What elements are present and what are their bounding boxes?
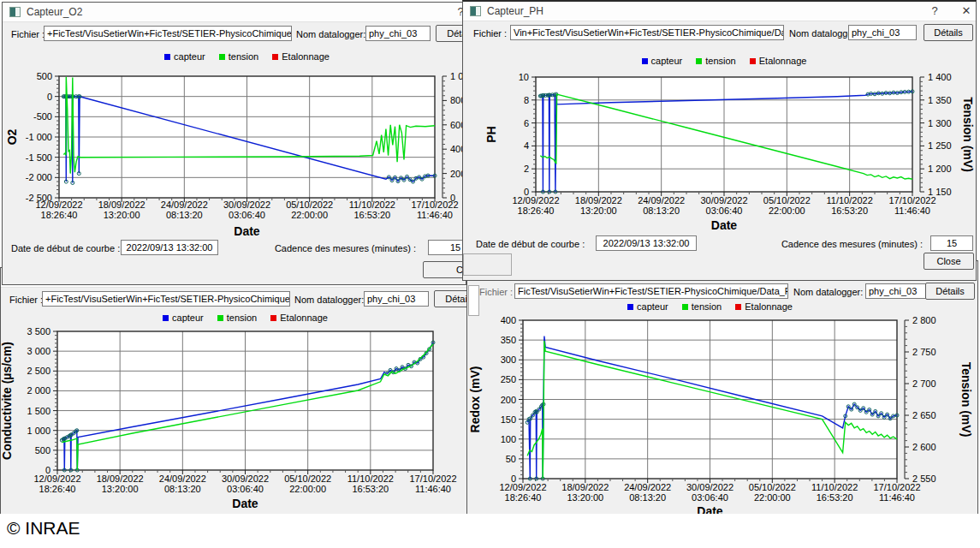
data-marker (540, 94, 543, 98)
file-path-input[interactable]: +FicTest/VisuSetierWin+FicTest/SETIER-Ph… (44, 26, 292, 41)
window-title: Capteur_O2 (27, 6, 82, 18)
fichier-label: Fichier : (473, 28, 507, 39)
data-marker (550, 93, 554, 97)
x-tick-date: 17/10/2022 (409, 474, 456, 484)
x-tick-time: 03:06:40 (229, 210, 265, 220)
x-tick-date: 30/09/2022 (222, 474, 269, 484)
data-marker (856, 406, 859, 409)
details-button[interactable]: Détails (924, 24, 973, 41)
data-marker (529, 417, 532, 420)
file-path-input[interactable]: FicTest/VisuSetierWin+FicTest/SETIER-Phy… (514, 283, 788, 299)
y-tick-label: 0 (511, 474, 516, 484)
capteur-swatch (627, 304, 633, 310)
datalogger-input[interactable]: phy_chi_03 (365, 26, 431, 41)
right-y-tick-label: 1 150 (928, 187, 952, 197)
legend-item-tension: tension (219, 51, 258, 62)
data-marker (547, 93, 550, 97)
date-debut-input[interactable]: 2022/09/13 13:32:00 (596, 235, 697, 251)
x-tick-time: 18:26:40 (518, 206, 555, 216)
data-marker (75, 468, 79, 472)
x-tick-date: 12/09/2022 (499, 482, 546, 492)
legend: capteur tension Etalonnage (536, 56, 912, 66)
close-icon[interactable]: ✕ (959, 4, 973, 17)
data-marker (401, 366, 404, 369)
file-path-input[interactable]: Vin+FicTest/VisuSetierWin+FicTest/SETIER… (510, 25, 784, 40)
legend-item-etalonnage: Etalonnage (750, 56, 807, 66)
capteur-swatch (642, 58, 648, 64)
close-button[interactable]: Close (423, 261, 466, 278)
x-tick-date: 18/09/2022 (98, 200, 146, 210)
cadence-label: Cadence des mesures (minutes) : (275, 243, 416, 253)
window-capteur-redox: Fichier : FicTest/VisuSetierWin+FicTest/… (466, 260, 978, 548)
legend-label: capteur (174, 51, 205, 62)
data-marker (77, 95, 80, 98)
tension-swatch (219, 54, 225, 60)
datalogger-input[interactable]: phy_chi_03 (364, 291, 429, 307)
data-marker (892, 91, 895, 94)
x-tick-date: 30/09/2022 (223, 200, 270, 210)
chart-svg-cond: 12/09/202218:26:4018/09/202213:20:0024/0… (1, 268, 466, 548)
data-marker (884, 92, 888, 95)
data-marker (864, 410, 868, 414)
cadence-input[interactable]: 15 (428, 240, 466, 255)
cadence-input[interactable]: 15 (930, 235, 973, 251)
y-tick-label: -2 000 (26, 172, 52, 182)
titlebar[interactable]: Capteur_PH ? ✕ (463, 2, 976, 21)
data-marker (74, 430, 78, 433)
datalogger-input[interactable]: phy_chi_03 (848, 25, 917, 40)
y-tick-label: -1 000 (26, 132, 52, 142)
x-tick-date: 17/10/2022 (873, 482, 920, 492)
data-marker (419, 357, 422, 360)
details-button[interactable]: Détails (925, 283, 975, 300)
x-tick-date: 24/09/2022 (638, 195, 685, 206)
details-button[interactable]: Détails (434, 290, 467, 307)
y-tick-label: 10 (519, 72, 529, 82)
x-tick-date: 30/09/2022 (700, 195, 747, 206)
data-marker (880, 412, 883, 415)
x-tick-date: 12/09/2022 (33, 474, 80, 484)
data-marker (850, 408, 853, 411)
data-marker (882, 415, 886, 419)
data-marker (533, 410, 537, 414)
date-debut-input[interactable]: 2022/09/13 13:32:00 (121, 240, 218, 255)
y-tick-label: 2 (524, 164, 529, 174)
legend-label: tension (705, 56, 735, 66)
data-marker (534, 409, 538, 413)
data-marker (400, 176, 403, 180)
close-button[interactable]: Close (924, 253, 974, 270)
tension-swatch (696, 58, 702, 64)
data-marker (541, 190, 544, 194)
data-marker (62, 437, 66, 440)
data-marker (70, 95, 74, 98)
etalonnage-swatch (270, 315, 276, 321)
data-marker (387, 176, 390, 179)
series-capteur (62, 342, 433, 470)
data-marker (389, 368, 392, 372)
data-marker (72, 432, 75, 435)
data-marker (542, 402, 545, 406)
y-tick-label: 150 (501, 414, 516, 425)
data-marker (63, 95, 67, 98)
x-tick-date: 24/09/2022 (624, 482, 671, 492)
data-marker (539, 405, 543, 408)
data-marker (428, 348, 431, 351)
data-marker (425, 352, 428, 355)
right-y-tick-label: 2 750 (912, 347, 936, 357)
etalonnage-swatch (750, 58, 756, 64)
credit-text: © INRAE (7, 518, 80, 539)
x-tick-time: 13:20:00 (567, 492, 603, 503)
data-marker (420, 177, 424, 181)
datalogger-input[interactable]: phy_chi_03 (865, 283, 934, 299)
data-marker (412, 180, 415, 183)
data-marker (900, 91, 903, 94)
data-marker (63, 437, 67, 440)
data-marker (528, 477, 532, 480)
file-path-input[interactable]: +FicTest/VisuSetierWin+FicTest/SETIER-Ph… (42, 291, 290, 307)
capteur-swatch (163, 315, 169, 321)
x-tick-time: 03:06:40 (706, 206, 743, 216)
data-marker (548, 93, 551, 97)
window-capteur-conductivite: Fichier : +FicTest/VisuSetierWin+FicTest… (0, 267, 467, 548)
data-marker (876, 414, 880, 418)
titlebar[interactable]: Capteur_O2 ? (3, 3, 466, 22)
help-button[interactable]: ? (928, 4, 941, 17)
